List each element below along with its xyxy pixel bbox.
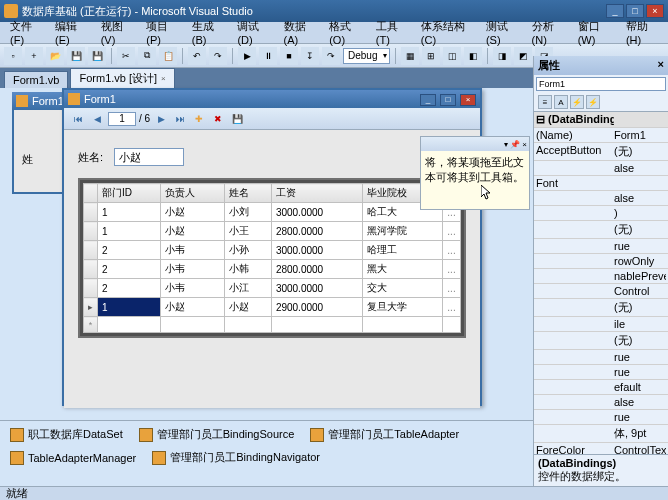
grid-cell[interactable]: 1 [98, 222, 161, 241]
grid-cell[interactable]: 2800.0000 [271, 222, 362, 241]
tool-d-button[interactable]: ◧ [464, 47, 482, 65]
property-row[interactable]: (Name)Form1 [534, 128, 668, 143]
props-cat-button[interactable]: ≡ [538, 95, 552, 109]
property-row[interactable]: rue [534, 410, 668, 425]
grid-cell[interactable]: 1 [98, 203, 161, 222]
grid-cell[interactable]: 3000.0000 [271, 203, 362, 222]
property-row[interactable]: Control [534, 284, 668, 299]
grid-cell[interactable]: 小刘 [224, 203, 271, 222]
datagrid[interactable]: 部门ID负责人姓名工资毕业院校1小赵小刘3000.0000哈工大...1小赵小王… [78, 178, 466, 338]
row-header[interactable] [84, 203, 98, 222]
nav-prev-button[interactable]: ◀ [89, 111, 105, 127]
props-prop-button[interactable]: ⚡ [570, 95, 584, 109]
row-ellipsis[interactable]: ... [443, 241, 461, 260]
nav-first-button[interactable]: ⏮ [70, 111, 86, 127]
document-tab[interactable]: Form1.vb [设计]× [70, 68, 174, 88]
grid-cell[interactable]: 2900.0000 [271, 298, 362, 317]
menu-item[interactable]: 项目(P) [140, 17, 184, 48]
float-dropdown-icon[interactable]: ▾ [504, 140, 508, 149]
nav-save-button[interactable]: 💾 [229, 111, 245, 127]
copy-button[interactable]: ⧉ [138, 47, 156, 65]
property-row[interactable]: (无) [534, 221, 668, 239]
nav-position-input[interactable] [108, 112, 136, 126]
row-ellipsis[interactable]: ... [443, 279, 461, 298]
row-header[interactable] [84, 279, 98, 298]
step-button[interactable]: ↧ [301, 47, 319, 65]
row-header[interactable]: ▸ [84, 298, 98, 317]
tool-c-button[interactable]: ◫ [443, 47, 461, 65]
property-row[interactable]: ForeColorControlTex [534, 443, 668, 454]
column-header[interactable]: 工资 [271, 184, 362, 203]
tool-e-button[interactable]: ◨ [493, 47, 511, 65]
property-row[interactable]: alse [534, 191, 668, 206]
grid-cell[interactable]: 小韦 [161, 241, 224, 260]
form-maximize-button[interactable]: □ [440, 94, 456, 106]
add-item-button[interactable]: + [25, 47, 43, 65]
grid-cell[interactable]: 小韦 [161, 260, 224, 279]
float-pin-icon[interactable]: 📌 [510, 140, 520, 149]
tool-f-button[interactable]: ◩ [514, 47, 532, 65]
undo-button[interactable]: ↶ [188, 47, 206, 65]
properties-object-combo[interactable]: Form1 System.Windows.Forms.For [536, 77, 666, 91]
property-row[interactable]: ile [534, 317, 668, 332]
grid-cell[interactable]: 黑大 [363, 260, 443, 279]
props-az-button[interactable]: A [554, 95, 568, 109]
nav-delete-button[interactable]: ✖ [210, 111, 226, 127]
property-row[interactable]: (DataBindings) [534, 112, 668, 128]
tool-b-button[interactable]: ⊞ [422, 47, 440, 65]
step-over-button[interactable]: ↷ [322, 47, 340, 65]
property-row[interactable]: rue [534, 350, 668, 365]
close-button[interactable]: × [646, 4, 664, 18]
property-row[interactable]: AcceptButton(无) [534, 143, 668, 161]
tray-component[interactable]: 职工数据库DataSet [10, 427, 123, 442]
menu-item[interactable]: 文件(F) [4, 17, 47, 48]
grid-cell[interactable]: 黑河学院 [363, 222, 443, 241]
form-close-button[interactable]: × [460, 94, 476, 106]
toolbox-float-panel[interactable]: ▾ 📌 × 将，将某项拖至此文本可将其到工具箱。 [420, 136, 530, 210]
menu-item[interactable]: 调试(D) [231, 17, 275, 48]
property-row[interactable]: ) [534, 206, 668, 221]
menu-item[interactable]: 视图(V) [95, 17, 139, 48]
nav-last-button[interactable]: ⏭ [172, 111, 188, 127]
grid-cell[interactable]: 1 [98, 298, 161, 317]
redo-button[interactable]: ↷ [209, 47, 227, 65]
start-button[interactable]: ▶ [238, 47, 256, 65]
grid-cell[interactable]: 小韦 [161, 279, 224, 298]
nav-next-button[interactable]: ▶ [153, 111, 169, 127]
grid-cell[interactable]: 小赵 [161, 298, 224, 317]
grid-cell[interactable]: 3000.0000 [271, 241, 362, 260]
stop-button[interactable]: ■ [280, 47, 298, 65]
grid-cell[interactable]: 3000.0000 [271, 279, 362, 298]
menu-item[interactable]: 测试(S) [480, 17, 524, 48]
form-minimize-button[interactable]: _ [420, 94, 436, 106]
menu-item[interactable]: 分析(N) [526, 17, 570, 48]
row-ellipsis[interactable]: ... [443, 260, 461, 279]
running-form[interactable]: Form1 _ □ × ⏮ ◀ / 6 ▶ ⏭ ✚ ✖ 💾 姓名: [62, 88, 482, 406]
property-row[interactable]: rue [534, 365, 668, 380]
row-ellipsis[interactable]: ... [443, 298, 461, 317]
grid-cell[interactable]: 小江 [224, 279, 271, 298]
config-combo[interactable]: Debug [343, 48, 390, 64]
grid-cell[interactable]: 交大 [363, 279, 443, 298]
property-row[interactable]: Font [534, 176, 668, 191]
properties-close-icon[interactable]: × [658, 58, 664, 73]
menu-item[interactable]: 窗口(W) [572, 17, 618, 48]
property-row[interactable]: (无) [534, 332, 668, 350]
column-header[interactable]: 姓名 [224, 184, 271, 203]
grid-cell[interactable]: 小赵 [161, 222, 224, 241]
name-input[interactable] [114, 148, 184, 166]
save-all-button[interactable]: 💾 [88, 47, 106, 65]
new-project-button[interactable]: ▫ [4, 47, 22, 65]
column-header[interactable]: 负责人 [161, 184, 224, 203]
grid-cell[interactable]: 复旦大学 [363, 298, 443, 317]
property-row[interactable]: alse [534, 395, 668, 410]
grid-cell[interactable]: 小韩 [224, 260, 271, 279]
property-row[interactable]: rowOnly [534, 254, 668, 269]
grid-cell[interactable]: 哈理工 [363, 241, 443, 260]
open-button[interactable]: 📂 [46, 47, 64, 65]
menu-item[interactable]: 帮助(H) [620, 17, 664, 48]
property-row[interactable]: rue [534, 239, 668, 254]
grid-cell[interactable]: 小孙 [224, 241, 271, 260]
tray-component[interactable]: 管理部门员工BindingNavigator [152, 450, 320, 465]
property-row[interactable]: 体, 9pt [534, 425, 668, 443]
